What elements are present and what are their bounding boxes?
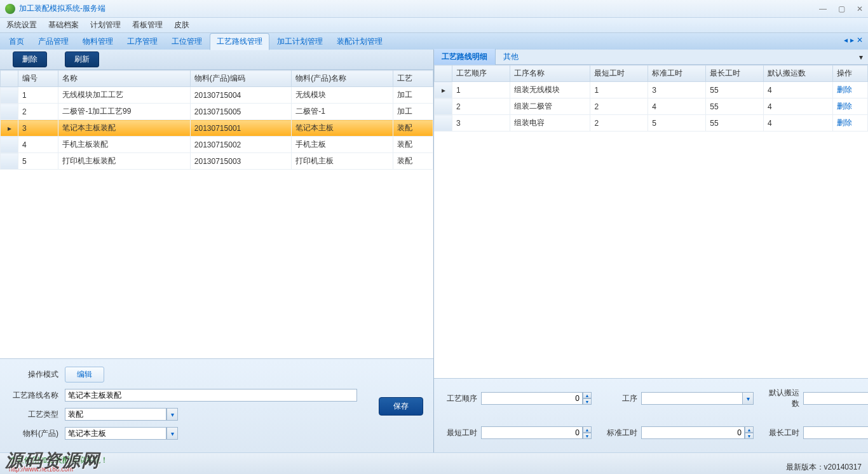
row-delete-link[interactable]: 删除	[837, 102, 852, 111]
tab-2[interactable]: 物料管理	[76, 34, 119, 50]
proc-label: 工序	[602, 393, 637, 404]
carry-input[interactable]	[803, 392, 868, 405]
spin-up-icon[interactable]: ▲	[583, 392, 592, 398]
edit-button[interactable]: 编辑	[65, 367, 104, 383]
table-row[interactable]: 2组装二极管24554删除	[435, 98, 868, 115]
std-label: 标准工时	[602, 428, 637, 438]
spin-down-icon[interactable]: ▼	[583, 433, 592, 439]
tab-5[interactable]: 工艺路线管理	[210, 33, 269, 50]
min-input[interactable]	[481, 426, 583, 439]
tab-nav-close-icon[interactable]: ✕	[857, 36, 863, 44]
spin-down-icon[interactable]: ▼	[583, 398, 592, 405]
column-header[interactable]: 工艺	[393, 71, 433, 87]
detail-grid[interactable]: 工艺顺序工序名称最短工时标准工时最长工时默认搬运数操作1组装无线模块13554删…	[434, 65, 868, 378]
menu-skin[interactable]: 皮肤	[174, 20, 189, 30]
process-type-label: 工艺类型	[10, 409, 58, 420]
menu-board-management[interactable]: 看板管理	[132, 20, 163, 30]
tab-3[interactable]: 工序管理	[121, 34, 164, 50]
delete-button[interactable]: 删除	[13, 51, 47, 67]
window-title: 加工装配模拟系统-服务端	[19, 3, 819, 14]
table-row[interactable]: 3笔记本主板装配20130715001笔记本主板装配	[1, 120, 433, 137]
tab-6[interactable]: 加工计划管理	[271, 34, 329, 50]
right-form: 工艺顺序 ▲▼ 工序 ▾ 默认搬运数 ▲▼ 编辑 最短工时 ▲▼	[434, 378, 868, 454]
tab-nav-prev-icon[interactable]: ◂	[844, 36, 848, 44]
menu-plan-management[interactable]: 计划管理	[90, 20, 121, 30]
seq-label: 工艺顺序	[442, 393, 477, 404]
menu-system-settings[interactable]: 系统设置	[6, 20, 37, 30]
watermark: 源码资源网	[5, 449, 100, 473]
row-delete-link[interactable]: 删除	[837, 118, 852, 127]
titlebar: 加工装配模拟系统-服务端 — ▢ ✕	[0, 0, 868, 18]
menu-basic-archives[interactable]: 基础档案	[48, 20, 79, 30]
row-delete-link[interactable]: 删除	[837, 85, 852, 94]
std-input[interactable]	[641, 426, 745, 439]
tab-7[interactable]: 装配计划管理	[330, 34, 389, 50]
left-pane: 删除 刷新 编号名称物料(产品)编码物料(产品)名称工艺1无线模块加工工艺201…	[0, 50, 434, 454]
column-header[interactable]: 操作	[832, 65, 867, 82]
column-header[interactable]: 编号	[18, 71, 58, 87]
tab-nav-next-icon[interactable]: ▸	[850, 36, 854, 44]
close-button[interactable]: ✕	[857, 4, 863, 13]
table-row[interactable]: 3组装电容25554删除	[435, 115, 868, 132]
column-header[interactable]: 默认搬运数	[764, 65, 833, 82]
table-row[interactable]: 5打印机主板装配20130715003打印机主板装配	[1, 153, 433, 170]
statusbar: 源码资源网 欢迎使用加工装配模拟系统！ http://www.net188.co…	[0, 452, 868, 474]
spin-up-icon[interactable]: ▲	[583, 426, 592, 433]
table-row[interactable]: 2二极管-1加工工艺9920130715005二极管-1加工	[1, 104, 433, 120]
main-tabbar: 首页产品管理物料管理工序管理工位管理工艺路线管理加工计划管理装配计划管理 ◂ ▸…	[0, 33, 868, 50]
route-grid[interactable]: 编号名称物料(产品)编码物料(产品)名称工艺1无线模块加工工艺201307150…	[0, 70, 433, 358]
table-row[interactable]: 4手机主板装配20130715002手机主板装配	[1, 137, 433, 153]
proc-input[interactable]	[641, 392, 742, 405]
tab-1[interactable]: 产品管理	[32, 34, 75, 50]
process-type-input[interactable]	[65, 408, 166, 421]
route-name-input[interactable]	[65, 389, 357, 402]
refresh-button[interactable]: 刷新	[65, 51, 99, 67]
chevron-down-icon[interactable]: ▾	[166, 408, 178, 421]
max-label: 最长工时	[764, 428, 799, 438]
tab-4[interactable]: 工位管理	[165, 34, 208, 50]
carry-label: 默认搬运数	[764, 388, 799, 409]
chevron-down-icon[interactable]: ▾	[742, 392, 754, 405]
rtab-0[interactable]: 工艺路线明细	[434, 49, 496, 65]
column-header[interactable]: 标准工时	[648, 65, 706, 82]
seq-input[interactable]	[481, 392, 583, 405]
row-selector-header	[435, 65, 452, 82]
product-input[interactable]	[65, 427, 166, 440]
spin-up-icon[interactable]: ▲	[745, 426, 754, 433]
left-form: 操作模式 编辑 工艺路线名称 工艺类型 ▾	[0, 358, 433, 454]
menubar: 系统设置 基础档案 计划管理 看板管理 皮肤	[0, 18, 868, 33]
status-version: 最新版本：v20140317	[786, 462, 862, 473]
max-input[interactable]	[803, 426, 868, 439]
column-header[interactable]: 最短工时	[590, 65, 648, 82]
min-label: 最短工时	[442, 428, 477, 438]
right-pane: 工艺路线明细其他▾ 工艺顺序工序名称最短工时标准工时最长工时默认搬运数操作1组装…	[434, 50, 868, 454]
column-header[interactable]: 名称	[58, 71, 190, 87]
save-button[interactable]: 保存	[379, 397, 423, 416]
column-header[interactable]: 最长工时	[706, 65, 764, 82]
spin-down-icon[interactable]: ▼	[745, 433, 754, 439]
right-tabbar: 工艺路线明细其他▾	[434, 50, 868, 65]
left-toolbar: 删除 刷新	[0, 50, 433, 70]
column-header[interactable]: 物料(产品)编码	[190, 71, 291, 87]
column-header[interactable]: 工序名称	[510, 65, 590, 82]
maximize-button[interactable]: ▢	[838, 4, 845, 13]
dropdown-icon[interactable]: ▾	[859, 53, 863, 62]
table-row[interactable]: 1无线模块加工工艺20130715004无线模块加工	[1, 87, 433, 104]
row-selector-header	[1, 71, 18, 87]
mode-label: 操作模式	[10, 369, 58, 380]
route-name-label: 工艺路线名称	[10, 390, 58, 401]
column-header[interactable]: 物料(产品)名称	[292, 71, 393, 87]
app-icon	[5, 4, 15, 14]
chevron-down-icon[interactable]: ▾	[166, 427, 178, 440]
table-row[interactable]: 1组装无线模块13554删除	[435, 82, 868, 98]
rtab-1[interactable]: 其他	[496, 49, 526, 65]
column-header[interactable]: 工艺顺序	[452, 65, 510, 82]
product-label: 物料(产品)	[10, 428, 58, 439]
minimize-button[interactable]: —	[819, 4, 827, 13]
tab-0[interactable]: 首页	[3, 34, 31, 50]
